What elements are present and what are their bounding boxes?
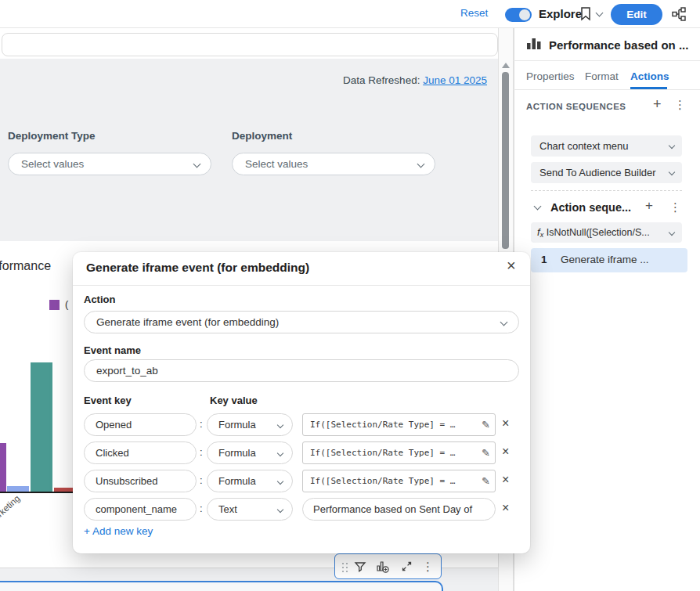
value-type-select[interactable]: Text <box>207 498 293 521</box>
bookmark-icon[interactable] <box>579 6 592 22</box>
event-name-value: export_to_ab <box>96 365 158 377</box>
selected-element-outline[interactable] <box>0 581 443 591</box>
modal-title-divider <box>73 285 530 286</box>
event-key-input[interactable]: component_name <box>84 498 197 521</box>
modal-title: Generate iframe event (for embedding) <box>86 261 309 275</box>
remove-key-icon[interactable]: × <box>502 445 509 459</box>
data-refreshed-date-link[interactable]: June 01 2025 <box>423 74 487 86</box>
edit-formula-pencil-icon[interactable]: ✎ <box>482 470 490 492</box>
top-filter-bar[interactable] <box>2 33 498 56</box>
event-name-input[interactable]: export_to_ab <box>84 359 519 382</box>
text-value-field[interactable]: Performance based on Sent Day of <box>302 498 496 521</box>
action-sequence-group-label: Action seque... <box>550 201 631 214</box>
deployment-value: Select values <box>245 158 308 170</box>
filter-funnel-icon[interactable] <box>354 560 366 573</box>
legend-swatch-purple <box>49 300 60 310</box>
sequence-value: Send To Audience Builder <box>539 167 656 178</box>
chevron-down-icon <box>417 160 425 168</box>
value-type-select[interactable]: Formula <box>207 470 293 492</box>
panel-divider <box>514 89 700 90</box>
toolbar-kebab-icon[interactable]: ⋮ <box>422 560 434 572</box>
formula-value-field[interactable]: If([Selection/Rate Type] = …✎ <box>302 470 496 492</box>
action-label: Action <box>84 294 115 305</box>
deployment-select[interactable]: Select values <box>232 153 435 175</box>
sequences-kebab-icon[interactable]: ⋮ <box>674 99 686 110</box>
formula-value-field[interactable]: If([Selection/Rate Type] = …✎ <box>302 441 496 464</box>
filter-label-deployment: Deployment <box>232 130 292 142</box>
key-colon: : <box>200 474 203 486</box>
chevron-down-icon <box>277 422 283 428</box>
remove-key-icon[interactable]: × <box>502 501 509 515</box>
edit-formula-pencil-icon[interactable]: ✎ <box>482 442 490 463</box>
explore-label: Explore <box>539 7 582 20</box>
reset-link[interactable]: Reset <box>460 7 488 19</box>
deployment-type-select[interactable]: Select values <box>8 153 211 175</box>
add-new-key-link[interactable]: + Add new key <box>84 525 153 537</box>
key-value-column-label: Key value <box>210 395 258 406</box>
tab-format[interactable]: Format <box>585 70 619 82</box>
bar-purple <box>0 443 6 492</box>
drag-handle-icon[interactable] <box>342 563 344 564</box>
deployment-type-value: Select values <box>21 158 84 170</box>
condition-formula-select[interactable]: fx IsNotNull([Selection/S... <box>531 222 682 243</box>
key-colon: : <box>200 503 203 514</box>
scrollbar-up-arrow[interactable] <box>502 63 510 68</box>
value-type-select[interactable]: Formula <box>207 413 293 436</box>
bar-chart-icon <box>526 37 542 51</box>
action-step-label: Generate iframe ... <box>561 254 649 265</box>
add-sequence-plus-icon[interactable]: + <box>653 97 662 111</box>
event-name-label: Event name <box>84 344 141 356</box>
key-colon: : <box>200 418 203 430</box>
chevron-down-icon <box>277 450 283 456</box>
chevron-down-icon <box>669 142 675 149</box>
data-refreshed-text: Data Refreshed: June 01 2025 <box>343 74 487 86</box>
action-select[interactable]: Generate iframe event (for embedding) <box>84 311 519 333</box>
panel-element-title: Performance based on ... <box>549 38 688 52</box>
dashed-divider <box>531 190 682 191</box>
toggle-knob <box>519 9 530 20</box>
sequence-select-chart-context-menu[interactable]: Chart context menu <box>531 135 682 157</box>
tab-properties[interactable]: Properties <box>526 70 575 82</box>
action-select-value: Generate iframe event (for embedding) <box>96 316 279 328</box>
filter-label-deployment-type: Deployment Type <box>8 130 96 142</box>
action-sequences-header: ACTION SEQUENCES <box>526 102 626 111</box>
add-chart-icon[interactable] <box>376 560 391 574</box>
element-floating-toolbar: ⋮ <box>334 553 442 579</box>
group-kebab-icon[interactable]: ⋮ <box>669 201 681 213</box>
event-key-input[interactable]: Unsubscribed <box>84 470 197 492</box>
chevron-down-icon <box>277 478 283 485</box>
sequence-value: Chart context menu <box>539 140 628 152</box>
event-key-column-label: Event key <box>84 395 132 406</box>
remove-key-icon[interactable]: × <box>502 473 509 487</box>
share-nodes-icon[interactable] <box>671 6 687 22</box>
top-toolbar <box>0 0 700 28</box>
data-refreshed-label: Data Refreshed: <box>343 74 420 86</box>
chevron-down-icon <box>669 169 675 175</box>
value-type-select[interactable]: Formula <box>207 441 293 464</box>
element-properties-panel <box>514 28 700 591</box>
remove-key-icon[interactable]: × <box>502 416 509 431</box>
panel-divider <box>514 60 700 61</box>
chevron-down-icon <box>669 229 675 236</box>
edit-button[interactable]: Edit <box>611 4 662 25</box>
event-key-input[interactable]: Opened <box>84 413 197 436</box>
fx-icon: fx <box>537 226 543 238</box>
modal-close-icon[interactable]: × <box>507 257 516 275</box>
chart-title-partial: rformance <box>0 259 51 273</box>
tab-actions[interactable]: Actions <box>630 70 669 82</box>
sequence-select-send-to-audience-builder[interactable]: Send To Audience Builder <box>531 162 682 183</box>
edit-formula-pencil-icon[interactable]: ✎ <box>482 414 490 435</box>
formula-value-field[interactable]: If([Selection/Rate Type] = …✎ <box>302 413 496 436</box>
add-action-plus-icon[interactable]: + <box>645 199 653 213</box>
bar-teal <box>31 362 52 492</box>
maximize-icon[interactable] <box>401 560 413 572</box>
scrollbar-thumb[interactable] <box>502 72 509 249</box>
chevron-down-icon <box>500 319 508 326</box>
bar-light-blue <box>7 486 29 492</box>
app-root: Reset Explore Edit Data Refreshed: June … <box>0 0 700 591</box>
explore-toggle[interactable] <box>505 8 532 22</box>
legend-text-partial: ( <box>65 298 68 310</box>
chevron-down-icon <box>193 160 201 168</box>
key-colon: : <box>200 446 203 458</box>
event-key-input[interactable]: Clicked <box>84 441 197 464</box>
